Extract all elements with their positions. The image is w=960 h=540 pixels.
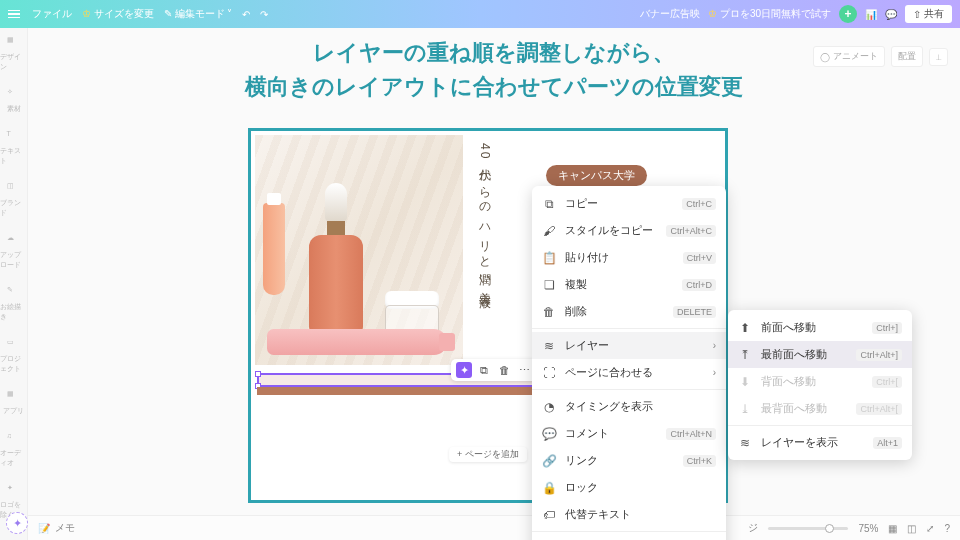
bring-forward-icon: ⬆ <box>738 321 752 335</box>
text-icon: T <box>7 130 21 144</box>
design-icon: ▦ <box>7 36 21 50</box>
bring-to-front-icon: ⤒ <box>738 348 752 362</box>
help-icon[interactable]: ? <box>944 523 950 534</box>
cm-layer[interactable]: ≋レイヤー› <box>532 332 726 359</box>
thumbnail-view-icon[interactable]: ◫ <box>907 523 916 534</box>
cm-copy-style[interactable]: 🖌スタイルをコピーCtrl+Alt+C <box>532 217 726 244</box>
cm-timing[interactable]: ◔タイミングを表示 <box>532 393 726 420</box>
top-bar: ファイル ♔ サイズを変更 編集モード ˅ ↶ ↷ バナー広告映 ♔ プロを30… <box>0 0 960 28</box>
menu-file[interactable]: ファイル <box>32 7 72 21</box>
project-name[interactable]: バナー広告映 <box>640 7 700 21</box>
layer-submenu: ⬆前面へ移動Ctrl+] ⤒最前面へ移動Ctrl+Alt+] ⬇背面へ移動Ctr… <box>728 310 912 460</box>
sm-to-back: ⤓最背面へ移動Ctrl+Alt+[ <box>728 395 912 422</box>
notes-button[interactable]: 📝 メモ <box>38 521 75 535</box>
zoom-slider-thumb[interactable] <box>825 524 834 533</box>
sidebar-item-brand[interactable]: ◫ブランド <box>0 182 27 218</box>
send-backward-icon: ⬇ <box>738 375 752 389</box>
clipboard-icon: 📋 <box>542 251 556 265</box>
tube-pink <box>267 329 447 355</box>
lock-icon: 🔒 <box>542 481 556 495</box>
layers-icon: ≋ <box>542 339 556 353</box>
upload-icon: ☁ <box>7 234 21 248</box>
context-menu: ⧉コピーCtrl+C 🖌スタイルをコピーCtrl+Alt+C 📋貼り付けCtrl… <box>532 186 726 540</box>
add-member-button[interactable]: + <box>839 5 857 23</box>
copy-icon: ⧉ <box>542 197 556 211</box>
sidebar: ▦デザイン ✧素材 Tテキスト ◫ブランド ☁アップロード ✎お絵描き ▭プロジ… <box>0 28 28 540</box>
sidebar-item-projects[interactable]: ▭プロジェクト <box>0 338 27 374</box>
pencil-icon <box>164 8 172 19</box>
annotation-overlay: レイヤーの重ね順を調整しながら、 横向きのレイアウトに合わせてパーツの位置変更 <box>28 36 960 104</box>
menu-icon[interactable] <box>8 7 22 21</box>
layers-icon: ≋ <box>738 436 752 450</box>
undo-button[interactable]: ↶ <box>242 9 250 20</box>
sidebar-item-apps[interactable]: ▦アプリ <box>3 390 24 416</box>
paint-roller-icon: 🖌 <box>542 224 556 238</box>
main-area: レイヤーの重ね順を調整しながら、 横向きのレイアウトに合わせてパーツの位置変更 … <box>28 28 960 515</box>
sidebar-item-upload[interactable]: ☁アップロード <box>0 234 27 270</box>
comment-icon[interactable]: 💬 <box>885 9 897 20</box>
cm-quickflow[interactable]: ✦クイックフローを有効にする <box>532 535 726 540</box>
sidebar-item-design[interactable]: ▦デザイン <box>0 36 27 72</box>
fit-icon: ⛶ <box>542 366 556 380</box>
annotation-line1: レイヤーの重ね順を調整しながら、 <box>28 36 960 70</box>
pro-trial-button[interactable]: ♔ プロを30日間無料で試す <box>708 7 831 21</box>
comment-icon: 💬 <box>542 427 556 441</box>
resize-handle[interactable] <box>255 371 261 377</box>
crown-icon: ♔ <box>82 8 91 19</box>
redo-button[interactable]: ↷ <box>260 9 268 20</box>
zoom-slider[interactable] <box>768 527 848 530</box>
music-icon: ♫ <box>7 432 21 446</box>
clock-icon: ◔ <box>542 400 556 414</box>
duplicate-icon: ❏ <box>542 278 556 292</box>
cm-lock[interactable]: 🔒ロック <box>532 474 726 501</box>
cm-comment[interactable]: 💬コメントCtrl+Alt+N <box>532 420 726 447</box>
more-tool-button[interactable]: ⋯ <box>516 362 532 378</box>
grid-view-icon[interactable]: ▦ <box>888 523 897 534</box>
cm-fit-page[interactable]: ⛶ページに合わせる› <box>532 359 726 386</box>
tube-orange <box>263 203 285 295</box>
share-button[interactable]: ⇧ 共有 <box>905 5 952 23</box>
sidebar-item-audio[interactable]: ♫オーディオ <box>0 432 27 468</box>
cm-delete[interactable]: 🗑削除DELETE <box>532 298 726 325</box>
menu-resize[interactable]: ♔ サイズを変更 <box>82 7 154 21</box>
elements-icon: ✧ <box>7 88 21 102</box>
menu-edit-mode[interactable]: 編集モード ˅ <box>164 7 233 21</box>
chevron-right-icon: › <box>713 340 716 351</box>
brand-icon: ◫ <box>7 182 21 196</box>
delete-tool-button[interactable]: 🗑 <box>496 362 512 378</box>
zoom-value[interactable]: 75% <box>858 523 878 534</box>
draw-icon: ✎ <box>7 286 21 300</box>
cm-link[interactable]: 🔗リンクCtrl+K <box>532 447 726 474</box>
cm-paste[interactable]: 📋貼り付けCtrl+V <box>532 244 726 271</box>
pages-indicator[interactable]: ジ <box>748 521 758 535</box>
footer: 📝 メモ ジ 75% ▦ ◫ ⤢ ? <box>28 515 960 540</box>
fullscreen-icon[interactable]: ⤢ <box>926 523 934 534</box>
crown-icon: ♔ <box>708 8 717 19</box>
insights-icon[interactable]: 📊 <box>865 9 877 20</box>
sidebar-item-draw[interactable]: ✎お絵描き <box>0 286 27 322</box>
sparkle-icon: ✦ <box>7 484 21 498</box>
duplicate-tool-button[interactable]: ⧉ <box>476 362 492 378</box>
send-to-back-icon: ⤓ <box>738 402 752 416</box>
trash-icon: 🗑 <box>542 305 556 319</box>
cm-duplicate[interactable]: ❏複製Ctrl+D <box>532 271 726 298</box>
sm-forward[interactable]: ⬆前面へ移動Ctrl+] <box>728 314 912 341</box>
ai-tool-button[interactable]: ✦ <box>456 362 472 378</box>
sidebar-item-text[interactable]: Tテキスト <box>0 130 27 166</box>
link-icon: 🔗 <box>542 454 556 468</box>
folder-icon: ▭ <box>7 338 21 352</box>
dropper-bottle <box>309 187 363 335</box>
magic-fab[interactable]: ✦ <box>6 512 28 534</box>
annotation-line2: 横向きのレイアウトに合わせてパーツの位置変更 <box>28 70 960 104</box>
add-page-indicator[interactable]: + ページを追加 <box>449 447 527 462</box>
cm-alt-text[interactable]: 🏷代替テキスト <box>532 501 726 528</box>
chevron-right-icon: › <box>713 367 716 378</box>
headline-vertical[interactable]: 40代からの ハリと潤い美容液 <box>473 143 496 313</box>
product-photo[interactable] <box>255 135 463 365</box>
brand-pill[interactable]: キャンパス大学 <box>546 165 647 186</box>
sidebar-item-elements[interactable]: ✧素材 <box>7 88 21 114</box>
cm-copy[interactable]: ⧉コピーCtrl+C <box>532 190 726 217</box>
sm-show-layers[interactable]: ≋レイヤーを表示Alt+1 <box>728 429 912 456</box>
sm-to-front[interactable]: ⤒最前面へ移動Ctrl+Alt+] <box>728 341 912 368</box>
alttext-icon: 🏷 <box>542 508 556 522</box>
